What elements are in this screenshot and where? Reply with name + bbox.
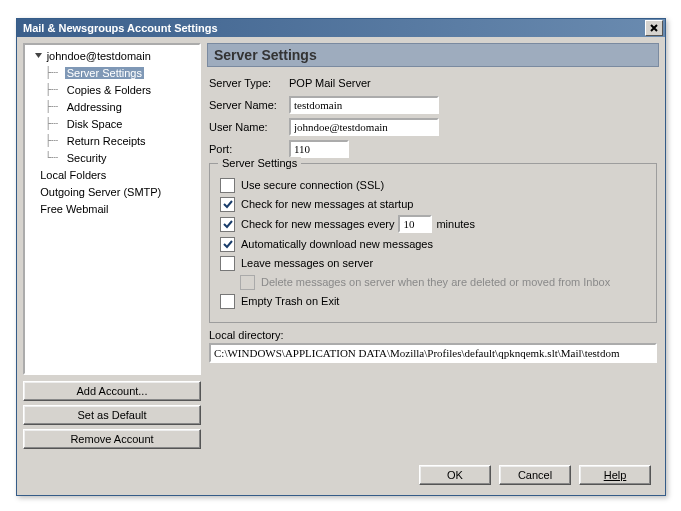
ssl-row[interactable]: Use secure connection (SSL) — [220, 177, 646, 193]
tree-label: Local Folders — [38, 169, 108, 181]
port-label: Port: — [209, 143, 289, 155]
startup-label: Check for new messages at startup — [241, 198, 413, 210]
help-label: Help — [604, 469, 627, 481]
auto-download-row[interactable]: Automatically download new messages — [220, 236, 646, 252]
delete-moved-row: Delete messages on server when they are … — [220, 274, 646, 290]
cancel-button[interactable]: Cancel — [499, 465, 571, 485]
delete-moved-checkbox — [240, 275, 255, 290]
tree-label: Free Webmail — [38, 203, 110, 215]
user-name-input[interactable] — [289, 118, 439, 136]
set-default-button[interactable]: Set as Default — [23, 405, 201, 425]
settings-window: Mail & Newsgroups Account Settings johnd… — [16, 18, 666, 496]
tree-child-security[interactable]: └┄ Security — [25, 149, 199, 166]
empty-trash-label: Empty Trash on Exit — [241, 295, 339, 307]
add-account-button[interactable]: Add Account... — [23, 381, 201, 401]
tree-child-copies[interactable]: ├┄ Copies & Folders — [25, 81, 199, 98]
window-title: Mail & Newsgroups Account Settings — [23, 22, 218, 34]
startup-checkbox[interactable] — [220, 197, 235, 212]
delete-moved-label: Delete messages on server when they are … — [261, 276, 610, 288]
server-settings-group: Server Settings Use secure connection (S… — [209, 163, 657, 323]
tree-label: Addressing — [65, 101, 124, 113]
ok-button[interactable]: OK — [419, 465, 491, 485]
auto-download-checkbox[interactable] — [220, 237, 235, 252]
remove-account-button[interactable]: Remove Account — [23, 429, 201, 449]
local-dir-label: Local directory: — [209, 329, 657, 341]
close-icon — [650, 24, 658, 32]
ssl-label: Use secure connection (SSL) — [241, 179, 384, 191]
leave-on-server-checkbox[interactable] — [220, 256, 235, 271]
account-tree[interactable]: johndoe@testdomain ├┄ Server Settings ├┄… — [23, 43, 201, 375]
auto-download-label: Automatically download new messages — [241, 238, 433, 250]
check-every-row[interactable]: Check for new messages every minutes — [220, 215, 646, 233]
dialog-footer: OK Cancel Help — [17, 455, 665, 495]
close-button[interactable] — [645, 20, 663, 36]
leave-on-server-row[interactable]: Leave messages on server — [220, 255, 646, 271]
tree-label: Return Receipts — [65, 135, 148, 147]
tree-child-return[interactable]: ├┄ Return Receipts — [25, 132, 199, 149]
check-every-suffix: minutes — [436, 218, 475, 230]
check-interval-input[interactable] — [398, 215, 432, 233]
leave-on-server-label: Leave messages on server — [241, 257, 373, 269]
expand-icon — [34, 51, 43, 60]
tree-label: Security — [65, 152, 109, 164]
titlebar: Mail & Newsgroups Account Settings — [17, 19, 665, 37]
server-type-label: Server Type: — [209, 77, 289, 89]
tree-account[interactable]: johndoe@testdomain — [25, 47, 199, 64]
local-dir-input[interactable] — [209, 343, 657, 363]
server-name-label: Server Name: — [209, 99, 289, 111]
port-input[interactable] — [289, 140, 349, 158]
server-type-value: POP Mail Server — [289, 77, 371, 89]
user-name-label: User Name: — [209, 121, 289, 133]
fieldset-legend: Server Settings — [218, 157, 301, 169]
empty-trash-row[interactable]: Empty Trash on Exit — [220, 293, 646, 309]
server-name-input[interactable] — [289, 96, 439, 114]
empty-trash-checkbox[interactable] — [220, 294, 235, 309]
help-button[interactable]: Help — [579, 465, 651, 485]
tree-child-addressing[interactable]: ├┄ Addressing — [25, 98, 199, 115]
tree-child-server-settings[interactable]: ├┄ Server Settings — [25, 64, 199, 81]
tree-label: Disk Space — [65, 118, 125, 130]
check-every-prefix: Check for new messages every — [241, 218, 394, 230]
startup-row[interactable]: Check for new messages at startup — [220, 196, 646, 212]
tree-label: Copies & Folders — [65, 84, 153, 96]
ssl-checkbox[interactable] — [220, 178, 235, 193]
tree-label: Server Settings — [65, 67, 144, 79]
check-every-checkbox[interactable] — [220, 217, 235, 232]
tree-root-webmail[interactable]: Free Webmail — [25, 200, 199, 217]
tree-label: johndoe@testdomain — [45, 50, 153, 62]
tree-child-diskspace[interactable]: ├┄ Disk Space — [25, 115, 199, 132]
tree-label: Outgoing Server (SMTP) — [38, 186, 163, 198]
panel-header: Server Settings — [207, 43, 659, 67]
tree-root-local[interactable]: Local Folders — [25, 166, 199, 183]
tree-root-smtp[interactable]: Outgoing Server (SMTP) — [25, 183, 199, 200]
